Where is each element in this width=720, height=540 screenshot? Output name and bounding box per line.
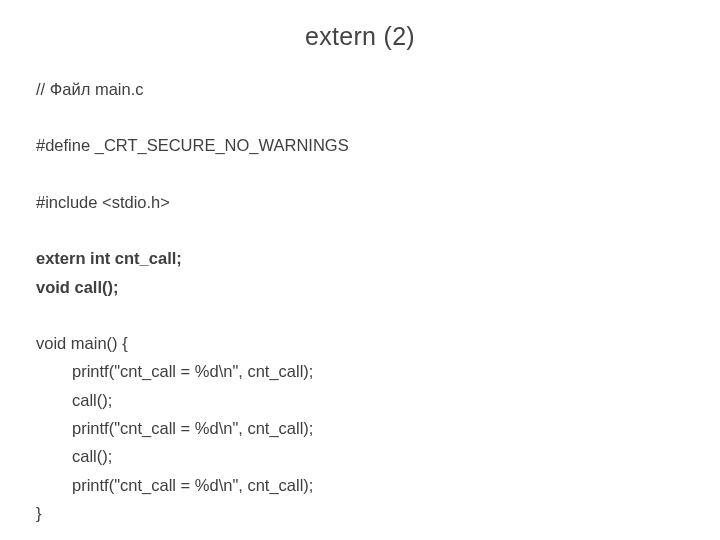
- code-line: printf("cnt_call = %d\n", cnt_call);: [36, 357, 684, 385]
- code-line: call();: [36, 386, 684, 414]
- code-line: [36, 103, 684, 131]
- code-line: extern int cnt_call;: [36, 244, 684, 272]
- code-line: [36, 216, 684, 244]
- code-line: printf("cnt_call = %d\n", cnt_call);: [36, 471, 684, 499]
- code-line: void main() {: [36, 329, 684, 357]
- code-line: [36, 301, 684, 329]
- code-line: [36, 160, 684, 188]
- code-line: #include <stdio.h>: [36, 188, 684, 216]
- code-line: // Файл main.c: [36, 75, 684, 103]
- code-block: // Файл main.c#define _CRT_SECURE_NO_WAR…: [36, 75, 684, 528]
- code-line: void call();: [36, 273, 684, 301]
- slide-title: extern (2): [36, 22, 684, 51]
- code-line: printf("cnt_call = %d\n", cnt_call);: [36, 414, 684, 442]
- code-line: #define _CRT_SECURE_NO_WARNINGS: [36, 131, 684, 159]
- code-line: }: [36, 499, 684, 527]
- code-line: call();: [36, 442, 684, 470]
